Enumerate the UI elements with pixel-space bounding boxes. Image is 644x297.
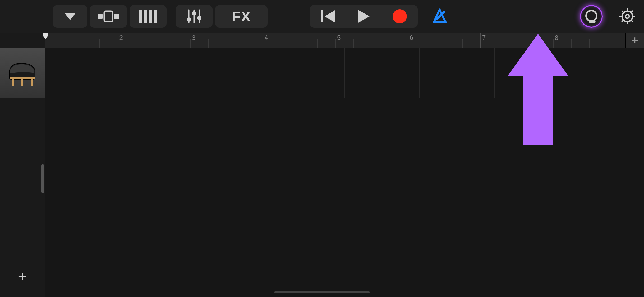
ruler-bar[interactable]: 6 [408, 33, 481, 48]
svg-rect-6 [149, 10, 152, 23]
svg-rect-34 [31, 79, 33, 86]
add-track-label: + [18, 267, 27, 285]
record-button[interactable] [382, 5, 418, 28]
fx-button[interactable]: FX [215, 5, 268, 28]
ruler-bar[interactable]: 7 [480, 33, 553, 48]
vertical-scroll-indicator [41, 164, 44, 193]
svg-point-22 [625, 15, 629, 18]
svg-line-28 [631, 20, 633, 22]
svg-rect-33 [12, 79, 14, 86]
song-menu-button[interactable] [53, 5, 87, 28]
ruler-bar[interactable] [45, 33, 118, 48]
add-section-label: + [632, 34, 638, 47]
svg-marker-16 [358, 10, 370, 23]
ruler-bar[interactable]: 2 [118, 33, 190, 48]
svg-rect-5 [144, 10, 147, 23]
bar-number: 4 [265, 34, 268, 41]
transport-controls [310, 5, 418, 28]
bar-number: 6 [410, 34, 413, 41]
go-to-beginning-button[interactable] [310, 5, 346, 28]
timeline-ruler[interactable]: 2345678 [45, 33, 625, 48]
bar-number: 8 [555, 34, 558, 41]
metronome-icon [432, 8, 448, 24]
svg-rect-2 [104, 11, 113, 22]
metronome-button[interactable] [428, 5, 451, 28]
svg-point-20 [586, 11, 597, 21]
svg-marker-31 [43, 33, 48, 39]
bar-number: 3 [192, 34, 195, 41]
rewind-icon [321, 10, 335, 22]
playhead-marker-icon[interactable] [42, 33, 49, 39]
ruler-bar[interactable]: 4 [263, 33, 335, 48]
loop-icon [584, 9, 599, 23]
sliders-icon [186, 9, 203, 24]
svg-point-11 [187, 17, 191, 22]
play-button[interactable] [346, 5, 382, 28]
svg-point-13 [197, 16, 201, 20]
ruler-bar[interactable]: 3 [190, 33, 263, 48]
keyboard-icon [139, 10, 158, 23]
svg-rect-35 [21, 79, 23, 86]
tracks-icon [98, 10, 119, 23]
svg-rect-4 [139, 10, 142, 23]
add-track-button[interactable]: + [0, 266, 45, 287]
svg-marker-15 [325, 10, 335, 22]
svg-line-29 [631, 11, 633, 13]
instrument-button[interactable] [130, 5, 167, 28]
svg-marker-0 [64, 13, 76, 20]
bar-number: 2 [119, 34, 123, 41]
playhead-line[interactable] [45, 33, 45, 297]
track-controls-button[interactable] [176, 5, 213, 28]
track-header-piano[interactable] [0, 48, 45, 98]
svg-rect-1 [98, 14, 103, 19]
settings-button[interactable] [616, 5, 639, 28]
chevron-down-icon [64, 13, 76, 20]
workspace: + [0, 48, 644, 297]
svg-point-12 [192, 11, 196, 15]
svg-line-27 [622, 11, 624, 13]
bar-number: 7 [482, 34, 486, 41]
svg-rect-3 [114, 14, 119, 19]
ruler-bar[interactable]: 5 [335, 33, 408, 48]
piano-icon [7, 59, 38, 88]
add-section-button[interactable]: + [625, 33, 644, 48]
play-icon [358, 10, 370, 23]
svg-point-17 [393, 9, 407, 23]
arrangement-area[interactable] [45, 48, 644, 297]
record-icon [393, 9, 407, 23]
ruler-bar[interactable]: 8 [553, 33, 626, 48]
tracks-view-button[interactable] [90, 5, 127, 28]
svg-line-30 [622, 20, 624, 22]
svg-rect-32 [10, 77, 35, 79]
svg-rect-14 [321, 10, 323, 22]
home-indicator [274, 291, 370, 293]
gear-icon [619, 8, 635, 24]
track-sidebar: + [0, 48, 45, 297]
fx-label: FX [232, 8, 251, 25]
loop-browser-button[interactable] [580, 5, 603, 28]
track-lane[interactable] [45, 48, 644, 98]
svg-rect-7 [154, 10, 157, 23]
top-toolbar: FX [0, 0, 644, 33]
bar-number: 5 [337, 34, 341, 41]
